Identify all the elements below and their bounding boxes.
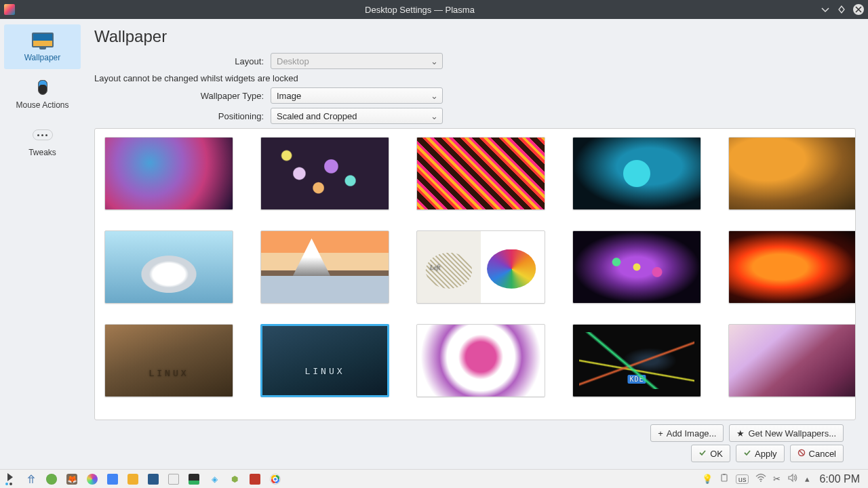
sidebar-item-label: Mouse Actions [16, 100, 68, 110]
taskbar-app-icon[interactable] [127, 474, 138, 485]
taskbar-app-icon[interactable] [148, 474, 159, 485]
layout-value: Desktop [277, 56, 309, 66]
wallpaper-thumbnail[interactable] [572, 137, 701, 210]
layout-locked-note: Layout cannot be changed whilst widgets … [94, 73, 856, 83]
wallpaper-thumbnail[interactable] [728, 137, 856, 210]
taskbar-app-icon[interactable] [26, 474, 37, 485]
wallpaper-thumbnail[interactable] [572, 230, 701, 304]
wallpaper-thumbnail[interactable] [260, 137, 389, 210]
page-title: Wallpaper [94, 27, 856, 46]
thumbnail-caption: LINUX [304, 366, 344, 376]
wallpaper-thumbnail[interactable] [728, 324, 856, 397]
wifi-icon[interactable] [755, 473, 766, 485]
svg-rect-7 [723, 474, 726, 475]
check-icon [698, 449, 707, 459]
wallpaper-grid[interactable]: LeftRightLINUXLINUXKDE [94, 128, 856, 420]
plus-icon: + [658, 428, 663, 439]
sidebar-item-label: Wallpaper [24, 53, 61, 62]
wallpaper-thumbnail[interactable] [416, 324, 545, 397]
volume-icon[interactable] [787, 473, 798, 485]
apply-button[interactable]: Apply [736, 445, 785, 462]
sidebar-item-tweaks[interactable]: Tweaks [4, 119, 81, 164]
layout-label: Layout: [94, 56, 271, 66]
taskbar-app-icon[interactable] [87, 474, 98, 485]
positioning-select[interactable]: Scaled and Cropped ⌄ [271, 108, 443, 124]
taskbar-app-icon[interactable]: ◈ [209, 474, 220, 485]
window-minimize-icon[interactable] [821, 5, 830, 14]
taskbar-app-icon[interactable] [270, 474, 281, 485]
cancel-label: Cancel [809, 449, 836, 459]
add-image-label: Add Image... [667, 428, 717, 439]
chevron-down-icon: ⌄ [431, 111, 438, 121]
layout-select: Desktop ⌄ [271, 53, 443, 69]
wallpaper-thumbnail[interactable] [104, 137, 233, 210]
hint-icon[interactable]: 💡 [702, 474, 713, 484]
wallpaper-thumbnail[interactable]: LINUX [104, 324, 233, 397]
taskbar-app-icon[interactable]: ⬢ [229, 474, 240, 485]
thumbnail-caption: LINUX [149, 368, 189, 378]
positioning-label: Positioning: [94, 111, 271, 121]
wallpaper-thumbnail[interactable] [260, 230, 389, 304]
clipboard-icon[interactable]: ✂ [773, 474, 781, 484]
clipboard-icon[interactable] [719, 473, 729, 485]
keyboard-layout[interactable]: us [736, 474, 749, 484]
wallpaper-type-select[interactable]: Image ⌄ [271, 87, 443, 104]
thumbnail-caption: KDE [627, 375, 646, 384]
launcher-icon[interactable] [5, 474, 16, 485]
tray-expand-icon[interactable]: ▴ [805, 474, 810, 484]
sidebar: Wallpaper Mouse Actions Tweaks [0, 19, 85, 469]
svg-point-5 [274, 478, 277, 481]
get-new-label: Get New Wallpapers... [748, 428, 836, 439]
wallpaper-thumbnail[interactable]: LeftRight [416, 230, 545, 304]
wallpaper-thumbnail[interactable] [416, 137, 545, 210]
svg-point-8 [760, 481, 762, 482]
taskbar-app-icon[interactable] [168, 474, 179, 485]
clock[interactable]: 6:00 PM [816, 473, 863, 485]
sidebar-item-mouse-actions[interactable]: Mouse Actions [4, 72, 81, 117]
add-image-button[interactable]: + Add Image... [650, 424, 724, 442]
wallpaper-thumbnail[interactable] [728, 230, 856, 304]
ok-label: OK [710, 449, 723, 459]
taskbar: 🦊 ◈ ⬢ 💡 us ✂ ▴ 6:00 PM [0, 469, 868, 488]
app-icon [4, 4, 15, 15]
chevron-down-icon: ⌄ [431, 56, 438, 66]
wallpaper-type-value: Image [277, 91, 301, 101]
wallpaper-thumbnail[interactable] [104, 230, 233, 304]
cancel-button[interactable]: Cancel [790, 445, 844, 462]
window-maximize-icon[interactable] [837, 5, 846, 14]
sidebar-item-label: Tweaks [28, 148, 56, 157]
window-titlebar: Desktop Settings — Plasma [0, 0, 868, 19]
taskbar-app-icon[interactable] [46, 474, 57, 485]
wallpaper-type-label: Wallpaper Type: [94, 91, 271, 101]
positioning-value: Scaled and Cropped [277, 111, 357, 121]
window-title: Desktop Settings — Plasma [19, 5, 821, 15]
apply-label: Apply [755, 449, 777, 459]
mouse-icon [29, 77, 56, 98]
check-icon [743, 449, 751, 459]
taskbar-app-icon[interactable] [107, 474, 118, 485]
svg-rect-6 [722, 474, 727, 481]
taskbar-app-icon[interactable] [250, 474, 260, 485]
chevron-down-icon: ⌄ [431, 91, 438, 101]
more-icon [29, 125, 56, 145]
ok-button[interactable]: OK [691, 445, 730, 462]
wallpaper-thumbnail[interactable]: KDE [572, 324, 701, 397]
sidebar-item-wallpaper[interactable]: Wallpaper [4, 24, 81, 69]
get-new-wallpapers-button[interactable]: ★ Get New Wallpapers... [729, 424, 844, 442]
taskbar-app-icon[interactable]: 🦊 [66, 474, 77, 485]
star-icon: ★ [736, 428, 745, 439]
window-close-icon[interactable] [853, 4, 864, 15]
taskbar-app-icon[interactable] [189, 474, 199, 485]
cancel-icon [797, 449, 806, 459]
wallpaper-thumbnail[interactable]: LINUX [260, 324, 389, 397]
monitor-icon [29, 30, 56, 50]
